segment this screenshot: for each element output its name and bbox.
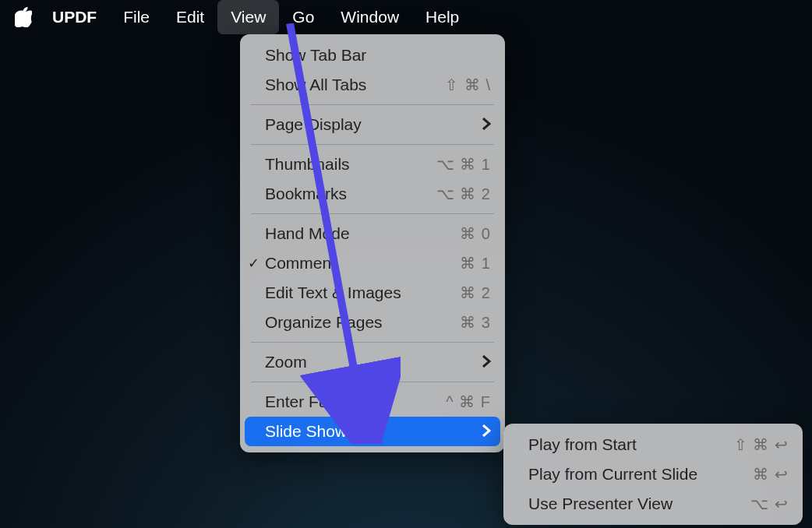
check-icon: ✓	[248, 255, 259, 272]
slideshow-submenu: Play from Start ⇧ ⌘ ↩ Play from Current …	[503, 424, 803, 525]
menu-organize-pages[interactable]: Organize Pages ⌘ 3	[240, 308, 505, 337]
menubar-go[interactable]: Go	[279, 0, 327, 34]
submenu-play-from-start[interactable]: Play from Start ⇧ ⌘ ↩	[503, 430, 803, 459]
menu-comment[interactable]: ✓ Comment ⌘ 1	[240, 248, 505, 278]
view-menu: Show Tab Bar Show All Tabs ⇧ ⌘ \ Page Di…	[240, 34, 505, 452]
apple-menu[interactable]	[8, 7, 39, 27]
menu-show-all-tabs[interactable]: Show All Tabs ⇧ ⌘ \	[240, 70, 505, 100]
chevron-right-icon	[482, 353, 491, 371]
menu-hand-mode[interactable]: Hand Mode ⌘ 0	[240, 219, 505, 248]
menu-separator	[251, 104, 494, 105]
menubar-window[interactable]: Window	[327, 0, 412, 34]
submenu-use-presenter-view[interactable]: Use Presenter View ⌥ ↩	[503, 489, 803, 519]
menu-separator	[251, 342, 494, 343]
menubar-view[interactable]: View	[217, 0, 279, 34]
apple-icon	[15, 7, 32, 27]
menu-slide-show[interactable]: Slide Show	[245, 417, 500, 446]
menu-separator	[251, 144, 494, 145]
menubar-file[interactable]: File	[110, 0, 163, 34]
menu-enter-full-screen[interactable]: Enter Full Screen ^ ⌘ F	[240, 387, 505, 417]
menu-page-display[interactable]: Page Display	[240, 110, 505, 139]
chevron-right-icon	[482, 115, 491, 134]
submenu-play-from-current-slide[interactable]: Play from Current Slide ⌘ ↩	[503, 459, 803, 489]
menubar-edit[interactable]: Edit	[163, 0, 217, 34]
menubar-app[interactable]: UPDF	[39, 0, 110, 34]
menu-zoom[interactable]: Zoom	[240, 347, 505, 377]
menu-separator	[251, 382, 494, 382]
menu-thumbnails[interactable]: Thumbnails ⌥ ⌘ 1	[240, 150, 505, 179]
chevron-right-icon	[482, 422, 491, 441]
menu-show-tab-bar[interactable]: Show Tab Bar	[240, 40, 505, 70]
menu-bookmarks[interactable]: Bookmarks ⌥ ⌘ 2	[240, 179, 505, 209]
menu-separator	[251, 213, 494, 214]
menu-edit-text-images[interactable]: Edit Text & Images ⌘ 2	[240, 278, 505, 308]
menubar-help[interactable]: Help	[412, 0, 472, 34]
menubar: UPDF File Edit View Go Window Help	[0, 0, 812, 34]
